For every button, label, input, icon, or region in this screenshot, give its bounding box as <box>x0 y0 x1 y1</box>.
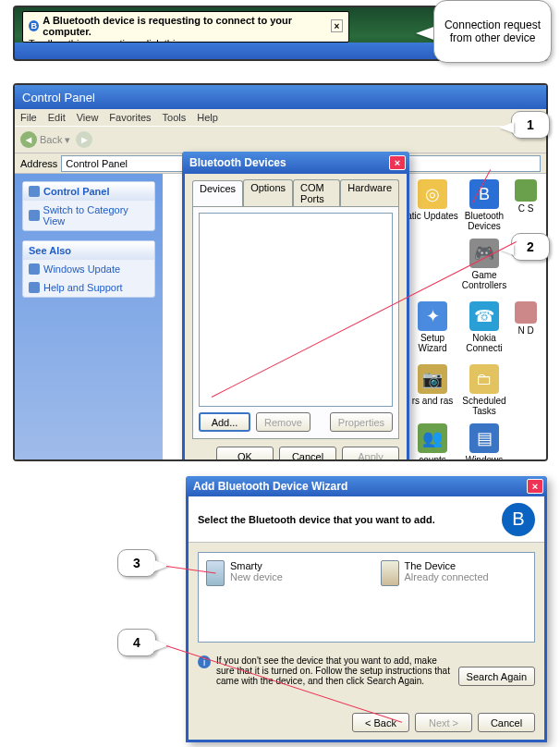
forward-button[interactable]: ► <box>76 131 92 148</box>
phone-icon: ☎ <box>469 301 499 331</box>
wizard-info-text: If you don't see the device that you wan… <box>216 655 453 686</box>
control-panel-window: Control Panel File Edit View Favorites T… <box>13 83 548 461</box>
wizard-header: Select the Bluetooth device that you wan… <box>189 496 544 543</box>
callout-connection-request: Connection request from other device <box>433 0 552 63</box>
add-bluetooth-wizard: Add Bluetooth Device Wizard × Select the… <box>186 476 547 742</box>
switch-icon <box>29 210 40 221</box>
device1-name: Smarty <box>230 560 283 571</box>
cp-icon-bluetooth[interactable]: BBluetooth Devices <box>457 179 512 231</box>
device2-status: Already connected <box>405 571 489 582</box>
generic-icon <box>515 179 537 202</box>
folder-icon: 🗀 <box>469 364 499 394</box>
device2-name: The Device <box>405 560 489 571</box>
step-4-callout: 4 <box>117 629 156 656</box>
cp-icon-sched[interactable]: 🗀Scheduled Tasks <box>457 364 512 416</box>
properties-button: Properties <box>330 412 393 432</box>
camera-icon: 📷 <box>418 364 447 394</box>
search-again-button[interactable]: Search Again <box>458 667 535 686</box>
balloon-title: A Bluetooth device is requesting to conn… <box>43 15 326 37</box>
ras-label: rs and ras <box>412 396 453 406</box>
tab-options[interactable]: Options <box>243 179 293 206</box>
bluetooth-logo-icon: B <box>502 503 535 536</box>
switch-label: Switch to Category View <box>43 204 149 227</box>
cancel-button[interactable]: Cancel <box>279 447 336 461</box>
device-listbox[interactable] <box>199 213 393 407</box>
wand-icon: ✦ <box>418 301 447 331</box>
cp-icon-c[interactable]: C S <box>512 179 540 214</box>
wizard-title-bar[interactable]: Add Bluetooth Device Wizard × <box>186 476 547 496</box>
bluetooth-big-icon: B <box>469 179 499 209</box>
menu-view[interactable]: View <box>77 112 99 123</box>
globe-icon <box>29 263 40 275</box>
card-label: Windows CardSpace <box>461 455 507 461</box>
wu-label: Windows Update <box>43 263 120 275</box>
cp-icon-counts[interactable]: 👥counts <box>405 423 460 461</box>
remove-button: Remove <box>256 412 310 432</box>
tab-devices[interactable]: Devices <box>192 180 243 207</box>
game-label: Game Controllers <box>462 270 506 290</box>
bt-label: Bluetooth Devices <box>465 211 504 231</box>
wizard-body: Smarty New device The Device Already con… <box>189 543 544 695</box>
windows-update-link[interactable]: Windows Update <box>23 260 154 278</box>
sidebox2-heading: See Also <box>29 245 71 256</box>
wizard-cancel-button[interactable]: Cancel <box>478 713 535 732</box>
sidebox1-heading: Control Panel <box>43 186 110 197</box>
address-value: Control Panel <box>66 158 128 169</box>
menu-file[interactable]: File <box>20 112 37 123</box>
help-icon <box>29 282 40 293</box>
side-column: Control Panel Switch to Category View Se… <box>15 174 163 459</box>
window-title: Control Panel <box>15 85 546 109</box>
sidebox-see-also: See Also Windows Update Help and Support <box>22 240 155 298</box>
dialog-title-bar[interactable]: Bluetooth Devices × <box>182 152 409 174</box>
tab-hardware[interactable]: Hardware <box>340 179 399 206</box>
hs-label: Help and Support <box>43 282 123 293</box>
pda-device-icon <box>381 560 399 586</box>
bluetooth-icon: B <box>29 20 39 31</box>
generic-icon2 <box>515 301 537 324</box>
cp-icon-setup[interactable]: ✦Setup Wizard <box>405 301 460 353</box>
balloon-tip[interactable]: B A Bluetooth device is requesting to co… <box>22 11 349 43</box>
tab-comports[interactable]: COM Ports <box>293 179 340 206</box>
cp-icon-atic[interactable]: ◎atic Updates <box>405 179 460 221</box>
cp-icon-cardspace[interactable]: ▤Windows CardSpace <box>457 423 512 461</box>
cp-icon-nokia[interactable]: ☎Nokia Connecti <box>457 301 512 353</box>
tab-strip: Devices Options COM Ports Hardware <box>192 179 399 206</box>
tab-pane: Add... Remove Properties <box>192 206 399 439</box>
menu-edit[interactable]: Edit <box>48 112 66 123</box>
switch-category-link[interactable]: Switch to Category View <box>23 201 154 230</box>
wizard-device-list[interactable]: Smarty New device The Device Already con… <box>198 552 535 643</box>
step-1-callout: 1 <box>511 111 550 139</box>
dialog-title: Bluetooth Devices <box>189 156 286 169</box>
back-button[interactable]: ◄ Back ▾ <box>20 131 70 148</box>
device-smarty[interactable]: Smarty New device <box>206 560 353 634</box>
balloon-close-icon[interactable]: × <box>331 19 343 32</box>
setup-label: Setup Wizard <box>418 333 446 353</box>
menu-favorites[interactable]: Favorites <box>109 112 151 123</box>
add-button[interactable]: Add... <box>199 412 250 432</box>
step-2-callout: 2 <box>511 233 550 261</box>
menu-tools[interactable]: Tools <box>163 112 187 123</box>
counts-label: counts <box>419 455 445 461</box>
apply-button: Apply <box>342 447 399 461</box>
shield-icon: ◎ <box>418 179 447 209</box>
cp-icon-ras[interactable]: 📷rs and ras <box>405 364 460 406</box>
device-the-device[interactable]: The Device Already connected <box>381 560 528 634</box>
wizard-close-icon[interactable]: × <box>527 479 543 494</box>
help-support-link[interactable]: Help and Support <box>23 278 154 297</box>
bluetooth-devices-dialog: Bluetooth Devices × Devices Options COM … <box>182 152 409 461</box>
step-1-tail <box>499 122 514 133</box>
back-label: Back <box>40 134 62 145</box>
c-label: C S <box>518 203 534 214</box>
menu-help[interactable]: Help <box>197 112 218 123</box>
back-icon: ◄ <box>20 131 37 148</box>
wizard-title: Add Bluetooth Device Wizard <box>193 480 347 493</box>
sidebox-control-panel: Control Panel Switch to Category View <box>22 181 155 231</box>
n2-label: N D <box>517 325 533 336</box>
wizard-heading: Select the Bluetooth device that you wan… <box>198 514 502 525</box>
forward-icon: ► <box>76 131 92 148</box>
close-icon[interactable]: × <box>389 155 406 170</box>
ok-button[interactable]: OK <box>216 447 274 461</box>
cp-icon-n[interactable]: N D <box>512 301 540 336</box>
device1-status: New device <box>230 571 283 582</box>
dialog-footer: OK Cancel Apply <box>185 447 407 461</box>
